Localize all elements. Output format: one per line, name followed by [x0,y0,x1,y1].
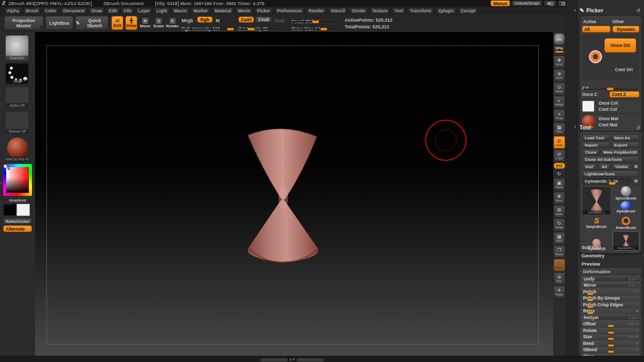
deform-sbend-slider[interactable]: SBend z [581,347,640,353]
zsub-toggle[interactable]: Zsub [255,17,272,23]
deform-resym[interactable]: ReSym x y z [581,315,640,321]
export-button[interactable]: Export [611,142,639,148]
draw-size-slider[interactable]: Draw Size 64 [292,23,338,30]
xpose-button[interactable]: ✛ Xpose [554,286,565,298]
cont-col-button[interactable]: Cont Col [599,107,618,112]
eraser-brush-thumbnail[interactable]: EraserBrush [613,217,639,229]
saturation-value-square[interactable] [6,167,29,193]
tray-divider-handle[interactable]: ▲▼ [261,358,338,361]
menu-item[interactable]: Document [60,7,87,14]
make-polymesh3d-button[interactable]: Make PolyMesh3D [601,149,639,155]
alpha-brush-thumbnail[interactable]: AlphaBrush [613,201,639,213]
xyz-axis-button[interactable]: XYZ [554,163,565,169]
zoom-button[interactable]: ⊕ Zoom [554,69,565,81]
frame-button[interactable]: ▣ Frame [554,178,565,191]
menus-button[interactable]: Menus [491,1,510,6]
deform-bend-slider[interactable]: Bend z [581,340,640,347]
subtool-section-header[interactable]: SubTool [582,244,601,250]
clone-button[interactable]: Clone [582,149,600,155]
left-shelf-collapse-icon[interactable]: « [0,180,3,186]
menu-item[interactable]: Texture [369,7,390,14]
menu-item[interactable]: File [121,7,134,14]
menu-item[interactable]: Movie [235,7,253,14]
spin-button[interactable]: ↻ [554,170,565,177]
current-stroke-thumbnail[interactable]: Dots [5,63,29,85]
menu-item[interactable]: Zscript [458,7,478,14]
clone-all-subtools-button[interactable]: Clone All SubTools [582,156,639,162]
lightbox-tools-button[interactable]: Lightbox▸Tools [582,171,639,177]
transparency-button[interactable]: ❐ Transp [554,245,565,258]
menu-item[interactable]: Layer [135,7,152,14]
switch-color-button[interactable]: SwitchColor [3,218,32,224]
deform-size-slider[interactable]: Size x y z [581,334,640,340]
picker-all-button[interactable]: All [582,26,610,32]
xyz-markers[interactable]: z [636,342,638,345]
deform-mirror[interactable]: Mirror x y z [581,283,640,289]
scroll-button[interactable]: ✥ Scroll [554,56,565,68]
goz-r-button[interactable]: R [633,163,639,170]
menu-item[interactable]: Color [42,7,59,14]
simple-brush-thumbnail[interactable]: S SimpleBrush [582,217,611,228]
deform-polish-slider[interactable]: Polish ○ [581,289,640,295]
tool-name-slider[interactable]: Cylinder3D_1. 33 [582,178,631,185]
rgb-intensity-slider[interactable]: Rgb Intensity 100 [182,23,234,30]
once-mat-button[interactable]: Once Mat [599,116,618,121]
tool-header[interactable]: Tool ↺ [579,123,642,131]
current-material-thumbnail[interactable]: MatCap Red Wa [5,136,29,162]
menu-item[interactable]: Zplugin [436,7,457,14]
draw-mode-button[interactable]: ╋ Draw [125,16,137,30]
rgb-toggle[interactable]: Rgb [197,17,213,23]
scale-mode-button[interactable]: S Scale [153,16,165,30]
menu-item[interactable]: Transform [407,7,434,14]
polyframe-button[interactable]: ▦ PolyF [554,232,565,244]
sphere-brush-thumbnail[interactable]: SphereBrush [613,186,639,200]
preview-section-header[interactable]: Preview [582,261,600,267]
deform-offset-slider[interactable]: Offset x y z [581,321,640,327]
picker-orientation-icon[interactable] [588,50,603,64]
secondary-color-swatch[interactable] [17,204,30,216]
picker-reset-icon[interactable]: ↺ [636,8,640,13]
deform-rotate-slider[interactable]: Rotate z [581,327,640,334]
once-z-button[interactable]: Once Z [582,92,607,97]
picker-color-swatch[interactable] [582,101,594,112]
focal-shift-slider[interactable]: Focal Shift 0 [292,16,338,23]
ghost-button[interactable]: ◌ Ghost [554,259,565,271]
active-tool-thumbnail[interactable]: Cylinder3D_1 [582,186,611,215]
polish-mode-icon[interactable]: ○ [636,290,638,293]
hue-selector[interactable] [4,164,7,168]
mrgb-toggle[interactable]: Mrgb [182,18,193,23]
default-zscript-button[interactable]: DefaultZScript [511,1,542,6]
tool-reset-icon[interactable]: ↺ [636,125,640,130]
current-alpha-thumbnail[interactable]: Alpha Off [5,87,29,108]
menu-item[interactable]: Picker [254,7,273,14]
deform-relax-slider[interactable]: Relax ● [581,308,640,315]
tray-toggle-arrows-icon[interactable]: ▲▼ [289,358,295,361]
sv-selector[interactable] [8,168,10,170]
local-transform-button[interactable]: ◎ Local [554,136,565,149]
solo-button[interactable]: ⊚ Solo [554,272,565,285]
floor-grid-button[interactable]: ▦ Floor [554,123,565,135]
lightbox-button[interactable]: LightBox [45,16,73,30]
save-as-button[interactable]: Save As [611,135,639,141]
xyz-markers[interactable]: x y z [630,322,638,325]
m-toggle[interactable]: M [216,18,220,23]
menu-item[interactable]: Render [306,7,326,14]
deform-unify[interactable]: Unify x y z [581,276,640,282]
once-col-button[interactable]: Once Col [599,101,618,106]
menu-item[interactable]: Stencil [328,7,348,14]
menu-item[interactable]: Tool [392,7,406,14]
current-brush-thumbnail[interactable]: Standard [5,35,29,61]
picker-collapse-icon[interactable]: ‹ [574,7,576,13]
geometry-section-header[interactable]: Geometry [582,253,604,258]
menu-item[interactable]: Stroke [349,7,367,14]
quick-sketch-button[interactable]: ✎ Quick Sketch [75,16,108,30]
cylinder3d-1-thumbnail[interactable]: Cylinder3D_1 [613,231,639,251]
local-symmetry-button[interactable]: ⇄ L.Sym [554,150,565,162]
picker-z-slider[interactable]: Z 0 [582,83,639,90]
menu-item[interactable]: Light [154,7,170,14]
current-texture-thumbnail[interactable]: Texture Off [5,111,29,134]
alternate-button[interactable]: Alternate [3,225,32,232]
menu-item[interactable]: Draw [89,7,105,14]
deform-polish-crisp-edges-slider[interactable]: Polish Crisp Edges [581,302,640,308]
menu-item[interactable]: Marker [191,7,211,14]
